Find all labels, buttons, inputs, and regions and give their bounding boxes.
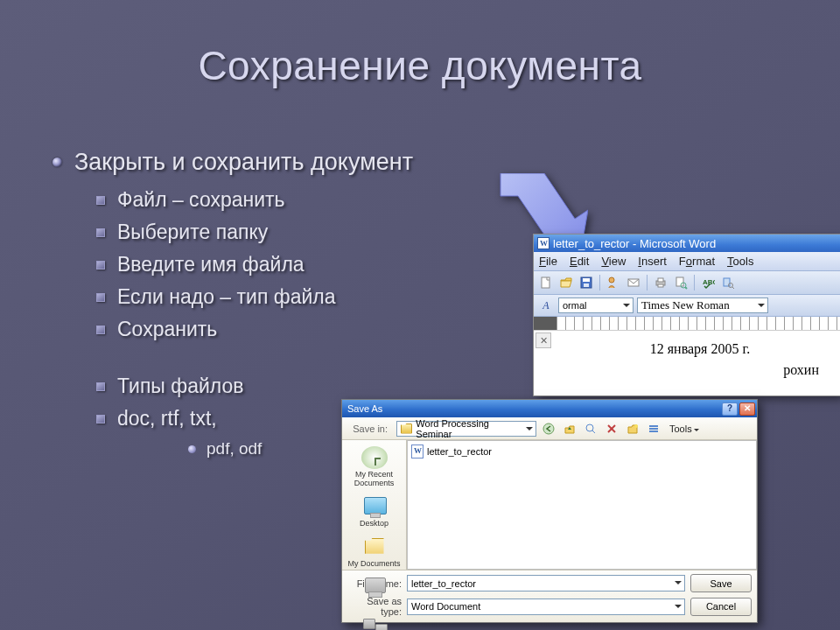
save-in-label: Save in:	[347, 424, 393, 434]
menu-file[interactable]: FFileile	[539, 255, 557, 268]
new-folder-icon[interactable]	[624, 420, 641, 438]
menu-view[interactable]: View	[601, 255, 626, 268]
place-recent[interactable]: My Recent Documents	[346, 444, 403, 491]
open-icon[interactable]	[557, 274, 575, 291]
network-icon	[361, 615, 388, 630]
savetype-combo[interactable]: Word Document	[407, 598, 685, 615]
svg-rect-10	[676, 277, 683, 286]
smart-tag-icon[interactable]	[536, 332, 551, 348]
svg-line-16	[732, 287, 734, 289]
word-menubar[interactable]: FFileile Edit View Insert Format Tools	[534, 252, 840, 271]
bullet-marker-square	[96, 415, 105, 424]
mydocuments-icon	[361, 536, 388, 558]
dialog-toolbar: Save in: Word Processing Seminar Tools	[342, 417, 757, 440]
word-standard-toolbar[interactable]: ABC	[534, 271, 840, 295]
dialog-close-button[interactable]: ✕	[739, 402, 755, 416]
search-web-icon[interactable]	[582, 420, 599, 438]
bullet-marker-square	[96, 228, 105, 237]
permissions-icon[interactable]	[605, 274, 622, 291]
print-icon[interactable]	[652, 274, 669, 291]
bullet-marker-sphere	[52, 158, 62, 167]
bullet-level2: Если надо – тип файла	[96, 285, 508, 309]
bullet-level2: Типы файлов	[96, 374, 508, 398]
email-icon[interactable]	[625, 274, 642, 291]
dialog-titlebar: Save As ? ✕	[342, 400, 757, 417]
menu-tools[interactable]: Tools	[727, 255, 753, 268]
savetype-value: Word Document	[411, 601, 480, 612]
svg-rect-23	[649, 425, 658, 427]
word-file-icon	[411, 444, 424, 458]
tools-dropdown[interactable]: Tools	[666, 424, 699, 434]
menu-edit[interactable]: Edit	[570, 255, 589, 268]
place-mydocs[interactable]: My Documents	[346, 533, 403, 571]
views-icon[interactable]	[645, 420, 662, 438]
dialog-title: Save As	[347, 403, 382, 414]
svg-rect-4	[584, 284, 589, 287]
dialog-help-button[interactable]: ?	[722, 402, 738, 416]
place-desktop[interactable]: Desktop	[346, 493, 403, 531]
folder-icon	[401, 424, 412, 434]
svg-rect-3	[583, 278, 590, 282]
font-combo[interactable]: Times New Roman	[637, 298, 768, 313]
file-list[interactable]: letter_to_rector	[407, 440, 757, 570]
place-label: Desktop	[360, 520, 388, 528]
place-label: My Documents	[347, 560, 400, 569]
bullet-level2: Сохранить	[96, 318, 508, 341]
svg-point-18	[586, 424, 593, 431]
new-doc-icon[interactable]	[537, 274, 555, 291]
save-in-combo[interactable]: Word Processing Seminar	[396, 421, 536, 437]
styles-pane-icon[interactable]: A	[537, 298, 555, 313]
desktop-icon	[361, 495, 388, 518]
back-icon[interactable]	[540, 420, 557, 438]
document-name-text: рохин	[572, 362, 828, 378]
filename-field[interactable]: letter_to_rector	[407, 575, 685, 592]
save-icon[interactable]	[578, 274, 595, 291]
bullet-text: Закрыть и сохранить документ	[74, 149, 413, 176]
bullet-marker-square	[96, 196, 105, 205]
svg-line-19	[592, 430, 595, 433]
style-value: ormal	[563, 300, 587, 311]
word-ruler[interactable]	[534, 317, 840, 331]
research-icon[interactable]	[719, 274, 737, 291]
bullet-text: Введите имя файла	[117, 253, 304, 276]
bullet-text: Сохранить	[117, 318, 217, 341]
font-value: Times New Roman	[641, 298, 730, 312]
svg-point-17	[543, 424, 554, 434]
place-label: My Recent Documents	[346, 471, 403, 488]
save-button[interactable]: Save	[690, 574, 752, 592]
word-page-area[interactable]: 12 января 2005 г. рохин	[534, 331, 840, 396]
bullet-text: Если надо – тип файла	[117, 285, 336, 309]
bullet-marker-square	[96, 293, 105, 302]
bullet-marker-dot	[188, 445, 196, 453]
bullet-level2: Файл – сохранить	[96, 188, 508, 212]
menu-insert[interactable]: Insert	[638, 255, 667, 268]
spellcheck-icon[interactable]: ABC	[699, 274, 717, 291]
svg-point-22	[634, 424, 638, 428]
svg-rect-24	[649, 428, 658, 430]
recent-icon	[361, 446, 388, 469]
dialog-bottom: File name: letter_to_rector Save Save as…	[342, 570, 757, 622]
style-combo[interactable]: ormal	[558, 298, 634, 313]
bullet-marker-square	[96, 326, 105, 334]
print-preview-icon[interactable]	[672, 274, 690, 291]
bullet-marker-square	[96, 382, 105, 391]
cancel-button[interactable]: Cancel	[690, 598, 752, 616]
mycomputer-icon	[361, 576, 388, 598]
up-one-level-icon[interactable]	[561, 420, 578, 438]
delete-icon[interactable]	[603, 420, 620, 438]
file-name: letter_to_rector	[427, 446, 492, 457]
word-title-text: letter_to_rector - Microsoft Word	[553, 237, 716, 250]
svg-rect-1	[542, 277, 550, 288]
word-titlebar: letter_to_rector - Microsoft Word	[534, 234, 840, 252]
cancel-button-label: Cancel	[706, 601, 736, 612]
file-item[interactable]: letter_to_rector	[411, 444, 752, 458]
slide-title: Сохранение документа	[0, 42, 840, 89]
bullet-text: doc, rtf, txt,	[117, 407, 217, 430]
document-date-text: 12 января 2005 г.	[572, 341, 828, 357]
save-in-value: Word Processing Seminar	[416, 418, 522, 439]
svg-rect-9	[658, 284, 663, 287]
bullet-text: Типы файлов	[117, 374, 244, 398]
word-formatting-toolbar[interactable]: A ormal Times New Roman	[534, 295, 840, 317]
menu-format[interactable]: Format	[679, 255, 715, 268]
bullet-text: Файл – сохранить	[117, 188, 285, 212]
